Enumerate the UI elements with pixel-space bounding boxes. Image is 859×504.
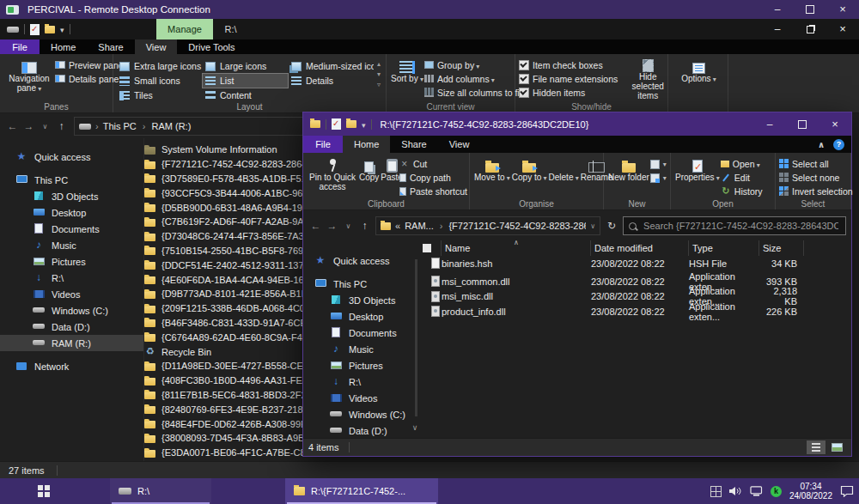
front-title-bar[interactable]: R:\{F727121C-7452-4C92-8283-28643DC2DE10… (303, 112, 851, 136)
back-restore-button[interactable] (794, 19, 826, 39)
sidebar-item[interactable]: Documents (303, 325, 419, 341)
up-arrow-icon[interactable]: ↑ (54, 120, 69, 132)
front-close-button[interactable]: × (819, 112, 851, 136)
new-folder-icon[interactable] (45, 26, 55, 33)
back-arrow-icon[interactable]: ← (308, 220, 323, 232)
sidebar-item[interactable]: Quick access (0, 149, 143, 165)
easy-access-button[interactable] (650, 173, 667, 184)
current-view-button[interactable]: Group by (424, 59, 522, 70)
layout-option[interactable]: Medium-sized icons (289, 59, 374, 73)
sort-by-button[interactable]: Sort by (391, 57, 423, 100)
tray-expand-icon[interactable] (710, 486, 722, 497)
sidebar-item[interactable]: Quick access (303, 252, 419, 269)
customize-toolbar-caret-icon[interactable] (60, 24, 64, 34)
column-header-date-modified[interactable]: Date modified (591, 240, 689, 256)
properties-icon[interactable] (30, 24, 40, 35)
sidebar-item[interactable]: Network (0, 358, 143, 374)
back-minimize-button[interactable]: – (761, 19, 794, 39)
sidebar-item[interactable]: R:\ (303, 373, 419, 390)
gallery-down-icon[interactable]: ▾ (377, 70, 381, 78)
address-dropdown-icon[interactable]: ∨ (590, 222, 595, 230)
layout-option[interactable]: Extra large icons (117, 59, 202, 73)
organise-button[interactable]: Move to (474, 155, 510, 197)
gallery-more-icon[interactable]: ▿ (377, 81, 381, 88)
sidebar-item[interactable]: Desktop (0, 204, 143, 221)
network-icon[interactable] (750, 486, 763, 496)
open-small-button[interactable]: History (721, 185, 763, 197)
checkbox-checked-icon[interactable] (519, 74, 529, 84)
front-maximize-button[interactable] (786, 112, 819, 136)
sidebar-scrollbar[interactable] (415, 259, 417, 416)
taskbar-task-button[interactable]: R:\ (110, 478, 211, 504)
ribbon-tab[interactable]: Share (87, 39, 134, 54)
customize-toolbar-caret-icon[interactable] (362, 119, 366, 130)
checkbox-checked-icon[interactable] (519, 88, 529, 98)
clipboard-button[interactable]: Copy (359, 155, 379, 197)
file-row[interactable]: msi_misc.dll 23/08/2022 08:22 Applicatio… (419, 286, 851, 301)
sidebar-item[interactable]: Data (D:) (0, 319, 143, 335)
layout-option[interactable]: Large icons (203, 59, 288, 73)
large-icons-view-toggle[interactable] (827, 440, 846, 454)
current-view-button[interactable]: Add columns (424, 73, 522, 84)
ribbon-tab[interactable]: View (135, 39, 178, 54)
breadcrumb-overflow-chevron[interactable]: « (395, 221, 400, 231)
start-button[interactable] (38, 485, 50, 497)
help-icon[interactable]: ? (833, 139, 844, 150)
checkbox-checked-icon[interactable] (519, 60, 529, 70)
refresh-icon[interactable] (607, 220, 616, 232)
layout-option[interactable]: Details (289, 74, 374, 88)
layout-option[interactable]: Small icons (117, 74, 202, 88)
ribbon-tab[interactable]: View (438, 136, 481, 153)
clipboard-small-button[interactable]: Paste shortcut (399, 185, 467, 197)
file-row[interactable]: binaries.hsh 23/08/2022 08:22 HSH File 3… (419, 256, 851, 271)
forward-arrow-icon[interactable]: → (325, 220, 339, 232)
ribbon-tab[interactable]: Share (390, 136, 437, 153)
open-small-button[interactable]: Edit (721, 172, 763, 183)
organise-button[interactable]: Delete (549, 155, 579, 197)
ribbon-tab[interactable]: Drive Tools (177, 39, 246, 54)
rdp-title-bar[interactable]: PERCIVAL - Remote Desktop Connection – × (0, 0, 859, 19)
sidebar-item[interactable]: Data (D:) (303, 422, 419, 439)
front-minimize-button[interactable]: – (753, 112, 786, 136)
layout-option[interactable]: Content (203, 88, 288, 102)
select-button[interactable]: Select all (779, 158, 853, 169)
breadcrumb-segment[interactable]: This PC (103, 121, 152, 131)
recent-locations-icon[interactable]: ∨ (341, 222, 356, 230)
ribbon-tab[interactable]: File (0, 39, 40, 54)
breadcrumb-segment[interactable]: {F727121C-7452-4C92-8283-2864... (448, 221, 586, 231)
properties-icon[interactable] (332, 118, 341, 130)
sidebar-item[interactable]: Music (303, 341, 419, 357)
open-small-button[interactable]: Open (721, 158, 763, 169)
layout-option[interactable]: Tiles (117, 88, 202, 102)
tray-app-icon[interactable]: k (771, 486, 782, 497)
clipboard-small-button[interactable]: Copy path (399, 172, 467, 183)
sidebar-item[interactable]: Videos (0, 286, 143, 302)
sidebar-item[interactable]: Windows (C:) (303, 406, 419, 422)
sidebar-item[interactable]: This PC (303, 276, 419, 292)
current-view-button[interactable]: Size all columns to fit (424, 87, 522, 98)
breadcrumb-segment[interactable]: RAM... (405, 221, 448, 231)
show-hide-checkbox[interactable]: Hidden items (519, 87, 618, 98)
manage-contextual-tab[interactable]: Manage (156, 19, 213, 39)
drive-icon[interactable] (7, 27, 19, 33)
volume-icon[interactable] (729, 486, 742, 496)
sidebar-item[interactable]: Music (0, 237, 143, 253)
organise-button[interactable]: Copy to (512, 155, 547, 197)
column-header-size[interactable]: Size (759, 240, 804, 256)
sidebar-item[interactable]: 3D Objects (0, 188, 143, 204)
sidebar-item[interactable]: 3D Objects (303, 292, 419, 308)
sidebar-item[interactable]: This PC (0, 172, 143, 188)
clipboard-button[interactable]: Pin to Quick access (308, 155, 357, 197)
hide-selected-items-button[interactable]: Hide selected items (623, 57, 673, 100)
back-close-button[interactable]: × (826, 19, 859, 39)
ribbon-tab[interactable]: File (303, 136, 343, 153)
properties-button[interactable]: Properties (675, 155, 720, 197)
sidebar-item[interactable]: Videos (303, 390, 419, 406)
new-folder-button[interactable]: New folder (608, 155, 649, 197)
header-checkbox[interactable] (419, 240, 442, 256)
action-center-icon[interactable] (840, 485, 854, 497)
search-box[interactable] (623, 216, 846, 235)
taskbar-task-button[interactable]: R:\{F727121C-7452-... (285, 478, 438, 504)
sidebar-scroll-down-icon[interactable]: ∨ (411, 423, 419, 432)
back-arrow-icon[interactable]: ← (5, 120, 20, 132)
